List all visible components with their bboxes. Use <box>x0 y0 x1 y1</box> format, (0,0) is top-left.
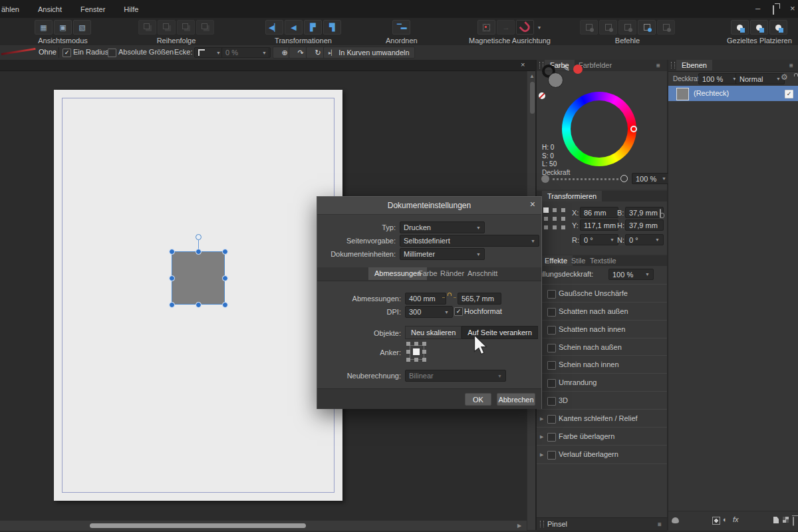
anchor-n[interactable] <box>414 342 418 346</box>
effect-row-outer-glow[interactable]: Schein nach außen <box>537 338 667 356</box>
effect-checkbox[interactable] <box>547 326 556 334</box>
delete-layer-icon[interactable] <box>793 517 794 526</box>
menu-item-fenster[interactable]: Fenster <box>71 5 114 13</box>
effect-checkbox[interactable] <box>547 379 556 388</box>
snap-move-icon[interactable]: → <box>497 20 515 35</box>
transform-anchor-sw[interactable] <box>544 225 548 229</box>
resize-handle-w[interactable] <box>169 275 175 281</box>
transform-anchor-ne[interactable] <box>561 208 565 212</box>
place-behind-icon[interactable] <box>750 20 768 35</box>
command-2-icon[interactable] <box>599 20 617 35</box>
abbrechen-button[interactable]: Abbrechen <box>497 393 535 406</box>
anchor-e[interactable] <box>422 350 426 354</box>
eyedropper-icon[interactable]: ✎ <box>563 63 570 73</box>
effect-checkbox[interactable] <box>547 308 556 317</box>
y-input[interactable]: 117,1 mm <box>580 219 618 231</box>
place-clip-icon[interactable] <box>769 20 787 35</box>
corner-type-select[interactable]: ▼ <box>194 47 225 58</box>
layer-row-rechteck[interactable]: (Rechteck) ✓ <box>668 86 798 101</box>
move-to-back-icon[interactable] <box>196 20 214 35</box>
effect-row-inner-glow[interactable]: Schein nach innen <box>537 355 667 374</box>
effect-checkbox[interactable] <box>547 415 556 424</box>
rotation-handle[interactable] <box>196 234 201 240</box>
effect-checkbox[interactable] <box>547 433 556 442</box>
opacity-slider-knob[interactable] <box>620 175 628 182</box>
view-outline-icon[interactable]: ▧ <box>73 20 91 35</box>
transform-anchor-n[interactable] <box>553 208 557 212</box>
scroll-right-arrow-icon[interactable]: ▶ <box>517 523 521 529</box>
minimize-icon[interactable]: – <box>755 4 760 13</box>
tab-transformieren[interactable]: Transformieren <box>542 191 602 201</box>
mask-layer-icon[interactable] <box>712 517 720 525</box>
effect-checkbox[interactable] <box>547 397 556 406</box>
command-3-icon[interactable] <box>618 20 636 35</box>
rotate-left-icon[interactable]: ▛ <box>304 20 322 35</box>
dialog-title-bar[interactable]: Dokumenteinstellungen × <box>317 197 541 215</box>
dialog-close-icon[interactable]: × <box>530 200 535 209</box>
resize-handle-nw[interactable] <box>169 249 175 255</box>
absolute-groessen-checkbox[interactable] <box>108 49 116 57</box>
transform-anchor-e[interactable] <box>561 217 565 221</box>
shear-select[interactable]: 0 °▼ <box>625 234 664 245</box>
no-color-swatch[interactable] <box>539 92 545 99</box>
resize-handle-e[interactable] <box>222 275 228 281</box>
picked-color-swatch[interactable] <box>573 65 583 74</box>
effect-row-gaussian-blur[interactable]: Gaußsche Unschärfe <box>537 284 667 303</box>
new-layer-icon[interactable] <box>773 517 779 523</box>
panel-menu-icon[interactable]: ≡ <box>789 63 793 69</box>
anchor-center[interactable] <box>413 348 420 355</box>
menu-item-ansicht[interactable]: Ansicht <box>29 5 71 13</box>
layer-settings-gear-icon[interactable]: ⚙ <box>781 73 788 81</box>
hochformat-checkbox[interactable]: ✓ <box>454 307 463 316</box>
effect-row-inner-shadow[interactable]: Schatten nach innen <box>537 320 667 338</box>
opacity-value-select[interactable]: 100 %▼ <box>632 173 670 184</box>
typ-select[interactable]: Drucken▼ <box>400 221 485 233</box>
neuberechnung-select[interactable]: Bilinear▼ <box>405 370 506 382</box>
effect-checkbox[interactable] <box>547 361 556 370</box>
panel-drag-handle-icon[interactable] <box>540 521 544 527</box>
blend-mode-select[interactable]: Normal▼ <box>735 73 785 84</box>
neu-skalieren-button[interactable]: Neu skalieren <box>405 326 462 339</box>
tab-textstile[interactable]: Textstile <box>585 255 622 266</box>
ok-button[interactable]: OK <box>465 393 491 406</box>
effect-row-outer-shadow[interactable]: Schatten nach außen <box>537 302 667 321</box>
command-4-icon[interactable] <box>638 20 656 35</box>
vertical-scrollbar-thumb[interactable] <box>530 82 535 114</box>
stroke-style-preview-icon[interactable] <box>1 48 36 55</box>
expand-arrow-icon[interactable]: ▶ <box>540 416 543 421</box>
move-to-front-icon[interactable] <box>138 20 156 35</box>
transform-anchor-w[interactable] <box>544 217 548 221</box>
close-document-icon[interactable]: × <box>521 61 525 68</box>
tab-pinsel[interactable]: Pinsel <box>547 520 567 528</box>
expand-arrow-icon[interactable]: ▶ <box>540 452 543 457</box>
transform-anchor-nw[interactable] <box>543 207 549 213</box>
menu-item-hilfe[interactable]: Hilfe <box>114 5 148 13</box>
height-input[interactable]: 565,7 mm <box>458 293 501 305</box>
stroke-style-value[interactable]: Ohne <box>39 48 57 56</box>
seitenvorgabe-select[interactable]: Selbstdefiniert▼ <box>400 235 539 247</box>
resize-handle-se[interactable] <box>222 302 228 308</box>
scroll-up-arrow-icon[interactable]: ▲ <box>529 73 535 79</box>
effect-row-bevel-emboss[interactable]: ▶ Kanten schleifen / Relief <box>537 409 667 428</box>
swap-colors-icon[interactable]: ↺ <box>556 63 561 69</box>
dokumenteinheiten-select[interactable]: Millimeter▼ <box>400 248 485 260</box>
convert-to-curves-button[interactable]: ▸▏ In Kurven umwandeln <box>323 47 415 59</box>
effect-checkbox[interactable] <box>547 290 556 299</box>
link-dimensions-icon[interactable] <box>660 209 661 218</box>
x-input[interactable]: 86 mm <box>580 207 618 218</box>
view-grid-icon[interactable]: ▦ <box>35 20 53 35</box>
transform-anchor-s[interactable] <box>553 225 557 229</box>
resize-handle-n[interactable] <box>196 249 201 255</box>
magnet-icon[interactable] <box>516 20 534 35</box>
flip-horizontal-icon[interactable]: ◀▏ <box>265 20 283 35</box>
resize-handle-ne[interactable] <box>222 249 228 255</box>
horizontal-scrollbar[interactable]: ▶ <box>0 520 527 531</box>
transform-anchor-se[interactable] <box>561 225 565 229</box>
view-single-icon[interactable]: ▣ <box>54 20 72 35</box>
effect-row-outline[interactable]: Umrandung <box>537 373 667 392</box>
color-wheel[interactable] <box>562 92 636 166</box>
tab-anschnitt[interactable]: Anschnitt <box>463 267 502 280</box>
width-input[interactable]: 37,9 mm <box>625 207 664 218</box>
saturation-marker[interactable] <box>578 126 585 132</box>
command-5-icon[interactable] <box>657 20 675 35</box>
